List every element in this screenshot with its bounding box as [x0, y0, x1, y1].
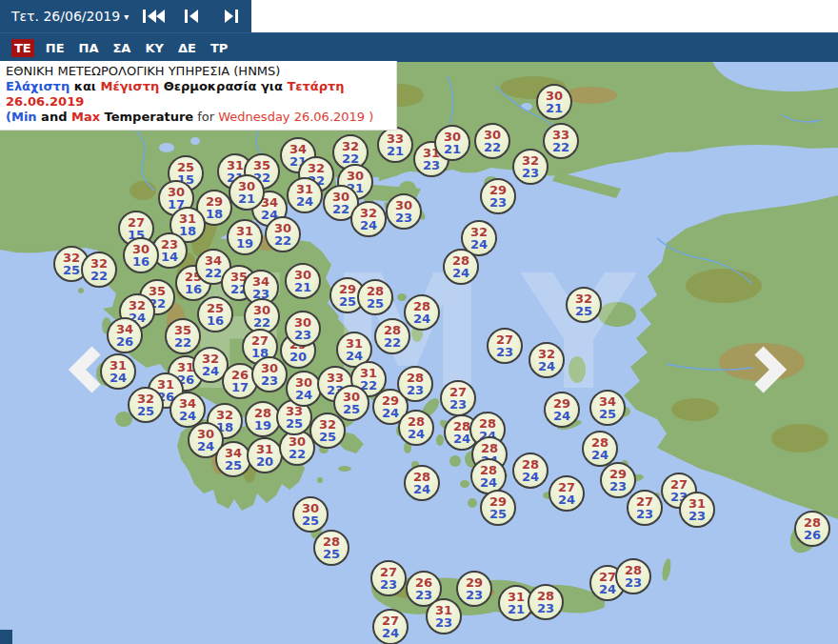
top-bar: Τετ. 26/06/2019 ▾	[0, 0, 251, 32]
previous-day-chevron[interactable]	[67, 345, 105, 398]
day-tab-ΤΕ[interactable]: ΤΕ	[11, 39, 34, 57]
caret-down-icon: ▾	[124, 11, 129, 22]
info-box: ΕΘΝΙΚΗ ΜΕΤΕΩΡΟΛΟΓΙΚΗ ΥΠΗΡΕΣΙΑ (HNMS) Ελά…	[0, 61, 397, 131]
skip-to-first-icon	[143, 10, 166, 23]
hnms-weather-app: ΕΜΥ 251530173121352234213222322233213123…	[0, 0, 838, 644]
infobox-segment: Wednesday 26.06.2019 )	[218, 110, 373, 124]
date-selector[interactable]: Τετ. 26/06/2019 ▾	[11, 9, 129, 24]
previous-day-button[interactable]	[180, 0, 205, 32]
day-tab-ΠΑ[interactable]: ΠΑ	[76, 39, 102, 57]
infobox-segment: (Min	[6, 110, 37, 124]
infobox-line3: (Min and Max Temperature for Wednesday 2…	[6, 110, 390, 125]
infobox-title: ΕΘΝΙΚΗ ΜΕΤΕΩΡΟΛΟΓΙΚΗ ΥΠΗΡΕΣΙΑ (HNMS)	[6, 64, 390, 79]
next-day-chevron[interactable]	[750, 345, 788, 398]
date-label: Τετ. 26/06/2019	[11, 9, 120, 24]
day-tabs: ΤΕΠΕΠΑΣΑΚΥΔΕΤΡ	[0, 32, 838, 62]
day-tab-ΠΕ[interactable]: ΠΕ	[43, 39, 68, 57]
infobox-segment: Θερμοκρασία για	[159, 79, 287, 93]
next-icon	[223, 10, 238, 23]
previous-icon	[185, 10, 200, 23]
chevron-left-icon	[67, 345, 105, 394]
first-day-button[interactable]	[142, 0, 167, 32]
corner-fragment	[0, 630, 12, 644]
day-tab-ΚΥ[interactable]: ΚΥ	[142, 39, 167, 57]
infobox-segment: και	[70, 79, 100, 93]
top-bar-row: Τετ. 26/06/2019 ▾	[0, 0, 838, 32]
infobox-segment: Ελάχιστη	[6, 79, 70, 93]
infobox-segment: Max	[71, 110, 100, 124]
infobox-segment: Μέγιστη	[100, 79, 159, 93]
day-tab-ΤΡ[interactable]: ΤΡ	[208, 39, 230, 57]
infobox-segment: and	[37, 110, 71, 124]
day-tab-ΔΕ[interactable]: ΔΕ	[175, 39, 199, 57]
infobox-segment: Temperature	[100, 110, 193, 124]
day-tab-ΣΑ[interactable]: ΣΑ	[110, 39, 133, 57]
infobox-segment: for	[193, 110, 218, 124]
infobox-line2: Ελάχιστη και Μέγιστη Θερμοκρασία για Τετ…	[6, 79, 390, 110]
next-day-button[interactable]	[218, 0, 243, 32]
chevron-right-icon	[750, 345, 788, 394]
